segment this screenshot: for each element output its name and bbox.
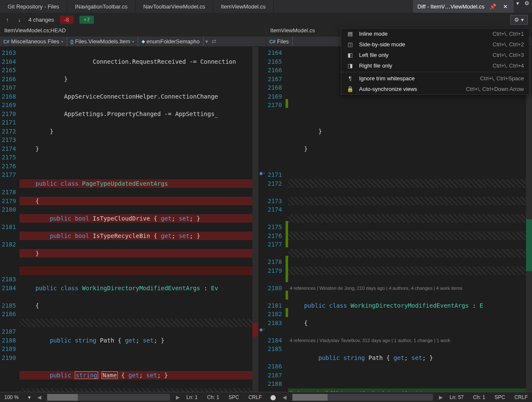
tab-bar: Git Repository - Files INavigationToolba… (0, 0, 532, 13)
prev-change-icon[interactable]: ↑ (4, 16, 11, 24)
indent-indicator[interactable]: SPC (490, 394, 509, 400)
status-bar-right: ⬤ ◀ ▶ Ln: 57 Ch: 1 SPC CRLF (266, 392, 532, 402)
col-indicator[interactable]: Ch: 1 (203, 394, 224, 400)
diff-view-menu: ▤ Inline mode Ctrl+\, Ctrl+1 ◫ Side-by-s… (341, 28, 529, 95)
menu-side-by-side[interactable]: ◫ Side-by-side mode Ctrl+\, Ctrl+2 (341, 39, 529, 50)
chevron-down-icon[interactable]: ▾ (24, 394, 35, 400)
breadcrumb-member[interactable]: ◆ enumFolderSemapho (138, 37, 204, 46)
lock-icon: 🔒 (346, 86, 354, 92)
left-minimap[interactable] (252, 47, 258, 392)
whitespace-icon: ¶ (346, 75, 354, 82)
chevron-down-icon: ▾ (61, 40, 63, 44)
changes-count: 4 changes (28, 17, 54, 23)
left-editor-pane[interactable]: 2163216421652166216721682169 21702171217… (0, 47, 266, 392)
csharp-icon: C# (269, 39, 275, 44)
chevron-down-icon: ▾ (132, 40, 134, 44)
diff-editor: 2163216421652166216721682169 21702171217… (0, 47, 532, 392)
chevron-down-icon[interactable]: ▾ (204, 38, 210, 45)
eol-indicator[interactable]: CRLF (244, 394, 266, 400)
breadcrumb-misc-files[interactable]: C# Miscellaneous Files ▾ (0, 37, 67, 46)
diff-toolbar: ↑ ↓ 4 changes -8 +7 ⚙ ▾ (0, 13, 532, 26)
menu-left-only[interactable]: ◧ Left file only Ctrl+\, Ctrl+3 (341, 50, 529, 60)
right-code[interactable]: } } 4 references | Winston de Jong, 210 … (288, 47, 526, 392)
right-minimap[interactable] (526, 47, 532, 392)
tab-dropdown-icon[interactable]: ▾ (514, 0, 522, 13)
pin-icon[interactable]: 📌 (488, 3, 498, 10)
status-bar-row: 100 % ▾ ◀ ▶ Ln: 1 Ch: 1 SPC CRLF ⬤ ◀ ▶ L… (0, 392, 532, 402)
menu-ignore-whitespace[interactable]: ¶ Ignore trim whitespace Ctrl+\, Ctrl+Sp… (341, 73, 529, 84)
indent-indicator[interactable]: SPC (224, 394, 243, 400)
tab-inav[interactable]: INavigationToolbar.cs (67, 0, 136, 13)
codelens[interactable]: 2 references | nvi9, 219 days ago | 1 au… (288, 388, 526, 392)
left-pane-icon: ◧ (346, 52, 354, 58)
namespace-icon: {} (71, 39, 74, 44)
line-indicator[interactable]: Ln: 57 (445, 394, 468, 400)
tab-git-repo[interactable]: Git Repository - Files (0, 0, 67, 13)
left-code[interactable]: Connection.RequestReceived -= Connection… (20, 47, 252, 392)
csharp-icon: C# (3, 39, 9, 44)
zoom-level[interactable]: 100 % (0, 394, 23, 400)
right-gutter: 2164216521662167216821692170 21712172 21… (266, 47, 286, 392)
inline-icon: ▤ (346, 31, 354, 37)
scroll-right-icon[interactable]: ▶ (174, 394, 181, 400)
left-file-path: ItemViewModel.cs;HEAD (0, 26, 266, 37)
menu-separator (341, 72, 529, 72)
deleted-badge: -8 (60, 16, 74, 24)
left-glyph-margin: ◉↑ ◉↑ (258, 47, 266, 392)
scroll-left-icon[interactable]: ◀ (36, 394, 43, 400)
menu-right-only[interactable]: ◨ Right file only Ctrl+\, Ctrl+4 (341, 60, 529, 71)
right-editor-pane[interactable]: 2164216521662167216821692170 21712172 21… (266, 47, 532, 392)
h-scrollbar[interactable] (47, 394, 170, 401)
align-arrow-icon[interactable]: ◉↑ (258, 326, 266, 334)
left-gutter: 2163216421652166216721682169 21702171217… (0, 47, 20, 392)
right-pane-icon: ◨ (346, 62, 354, 69)
tab-itemvm[interactable]: ItemViewModel.cs (213, 0, 274, 13)
added-badge: +7 (79, 16, 94, 24)
tab-diff-label: Diff - ItemV…ViewModel.cs (417, 3, 484, 10)
status-bar-left: 100 % ▾ ◀ ▶ Ln: 1 Ch: 1 SPC CRLF (0, 392, 266, 402)
menu-inline-mode[interactable]: ▤ Inline mode Ctrl+\, Ctrl+1 (341, 28, 529, 39)
split-icon: ◫ (346, 41, 354, 48)
diff-settings-button[interactable]: ⚙ ▾ (510, 15, 528, 25)
close-icon[interactable]: ✕ (501, 3, 509, 10)
tab-gear-icon[interactable]: ⚙ (522, 0, 532, 13)
scroll-left-icon[interactable]: ◀ (281, 394, 288, 400)
gear-icon: ⚙ (514, 17, 519, 23)
col-indicator[interactable]: Ch: 1 (469, 394, 490, 400)
h-scrollbar[interactable] (292, 394, 433, 401)
tab-navtoolbar[interactable]: NavToolbarViewModel.cs (136, 0, 213, 13)
eol-indicator[interactable]: CRLF (510, 394, 532, 400)
breadcrumb-left: C# Miscellaneous Files ▾ {} Files.ViewMo… (0, 37, 266, 46)
line-indicator[interactable]: Ln: 1 (182, 394, 202, 400)
chevron-down-icon: ▾ (521, 17, 524, 23)
next-change-icon[interactable]: ↓ (17, 16, 23, 24)
tab-diff-active[interactable]: Diff - ItemV…ViewModel.cs 📌 ✕ (413, 0, 514, 13)
feedback-icon[interactable]: ⬤ (266, 394, 280, 400)
align-arrow-icon[interactable]: ◉↑ (258, 169, 266, 178)
scroll-right-icon[interactable]: ▶ (437, 394, 444, 400)
breadcrumb-namespace[interactable]: {} Files.ViewModels.Item ▾ (67, 37, 138, 46)
field-icon: ◆ (141, 39, 145, 44)
menu-auto-sync[interactable]: 🔒 Auto-synchronize views Ctrl+\, Ctrl+Do… (341, 84, 529, 94)
breadcrumb-files[interactable]: C# Files (266, 37, 293, 46)
codelens[interactable]: 4 references | Vladyslav Tsvietkov, 312 … (288, 336, 526, 345)
codelens[interactable]: 4 references | Winston de Jong, 210 days… (288, 284, 526, 293)
swap-icon[interactable]: ⇄ (210, 38, 218, 45)
